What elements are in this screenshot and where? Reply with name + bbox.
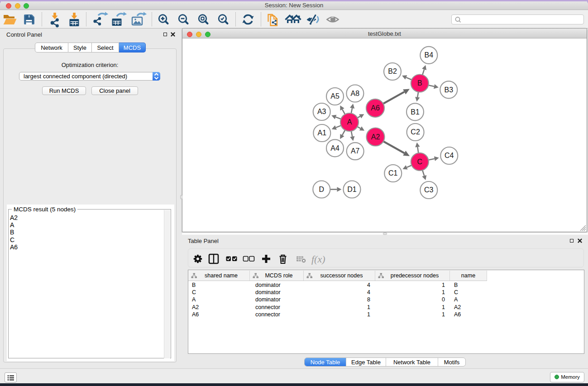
svg-text:C2: C2 <box>411 128 420 136</box>
svg-text:C3: C3 <box>424 186 434 194</box>
svg-text:D1: D1 <box>347 186 357 193</box>
svg-text:A2: A2 <box>371 133 380 141</box>
svg-text:B1: B1 <box>411 108 420 116</box>
svg-text:B: B <box>417 79 422 87</box>
svg-text:C4: C4 <box>445 152 454 159</box>
svg-text:C1: C1 <box>388 169 398 177</box>
svg-text:A3: A3 <box>317 108 326 115</box>
svg-text:B2: B2 <box>388 67 397 75</box>
svg-text:D: D <box>319 186 325 193</box>
svg-text:A4: A4 <box>330 144 339 152</box>
svg-text:B3: B3 <box>445 86 454 94</box>
svg-text:f(x): f(x) <box>311 253 325 265</box>
svg-text:B4: B4 <box>425 51 434 59</box>
svg-text:A: A <box>347 118 352 126</box>
svg-text:A7: A7 <box>351 147 360 155</box>
svg-text:A6: A6 <box>371 104 380 112</box>
svg-text:A8: A8 <box>351 90 360 97</box>
svg-text:C: C <box>417 158 423 166</box>
svg-text:A1: A1 <box>318 129 327 137</box>
svg-text:A5: A5 <box>330 92 339 100</box>
